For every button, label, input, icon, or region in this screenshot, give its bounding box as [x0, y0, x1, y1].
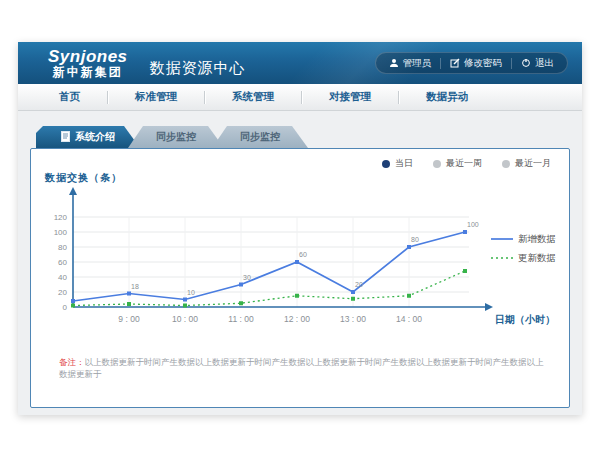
data-point — [407, 294, 411, 298]
user-menu-user[interactable]: 管理员 — [380, 57, 441, 70]
radio-label: 最近一周 — [446, 157, 482, 170]
radio-option-0[interactable]: 当日 — [382, 157, 413, 170]
user-menu-label: 修改密码 — [464, 57, 502, 70]
y-tick-label: 80 — [58, 243, 67, 252]
tab-0[interactable]: 系统介绍 — [36, 126, 140, 148]
data-point-label: 100 — [467, 221, 479, 228]
user-menu-edit[interactable]: 修改密码 — [441, 57, 511, 70]
data-point — [183, 298, 187, 302]
x-axis-arrow — [485, 303, 493, 311]
user-menu-label: 管理员 — [403, 57, 432, 70]
line-chart: 0204060801001209 : 0010 : 0011 : 0012 : … — [39, 187, 563, 335]
y-tick-label: 20 — [58, 288, 67, 297]
radio-label: 最近一月 — [515, 157, 551, 170]
data-point-label: 18 — [131, 283, 139, 290]
data-point-label: 60 — [299, 251, 307, 258]
radio-option-1[interactable]: 最近一周 — [433, 157, 482, 170]
user-menu-label: 退出 — [535, 57, 554, 70]
nav-item-1[interactable]: 标准管理 — [108, 90, 204, 104]
data-point — [239, 283, 243, 287]
data-point — [71, 299, 75, 303]
logo-company: 新中新集团 — [48, 66, 128, 79]
y-tick-label: 0 — [63, 303, 68, 312]
user-icon — [389, 58, 399, 68]
data-point — [183, 304, 187, 308]
data-point-label: 10 — [187, 289, 195, 296]
y-axis-title: 数据交换（条） — [45, 171, 122, 185]
tab-bar: 系统介绍同步监控同步监控 — [36, 126, 570, 148]
tab-label: 同步监控 — [156, 130, 196, 144]
logo-brand: Synjones — [48, 48, 128, 66]
footnote: 备注：以上数据更新于时间产生数据以上数据更新于时间产生数据以上数据更新于时间产生… — [59, 357, 549, 381]
data-point — [71, 304, 75, 308]
x-tick-label: 10 : 00 — [172, 314, 198, 324]
x-tick-label: 12 : 00 — [284, 314, 310, 324]
tab-label: 系统介绍 — [75, 130, 115, 144]
y-tick-label: 120 — [54, 213, 68, 222]
nav-item-2[interactable]: 系统管理 — [205, 90, 301, 104]
data-point — [127, 302, 131, 306]
time-range-filter: 当日最近一周最近一月 — [382, 157, 551, 170]
y-tick-label: 60 — [58, 258, 67, 267]
y-axis-arrow — [69, 187, 77, 195]
radio-dot — [382, 160, 390, 168]
data-point — [463, 269, 467, 273]
user-menu: 管理员修改密码退出 — [375, 52, 569, 74]
chart-area: 0204060801001209 : 0010 : 0011 : 0012 : … — [39, 187, 563, 339]
nav-item-0[interactable]: 首页 — [32, 90, 107, 104]
radio-dot — [502, 160, 510, 168]
data-point — [127, 292, 131, 296]
y-tick-label: 40 — [58, 273, 67, 282]
legend-label-0: 新增数据 — [518, 233, 556, 244]
tab-1[interactable]: 同步监控 — [128, 126, 224, 148]
company-logo: Synjones 新中新集团 — [48, 48, 128, 78]
data-point — [351, 290, 355, 294]
document-icon — [61, 131, 70, 144]
x-axis-title: 日期（小时） — [495, 314, 555, 325]
data-point-label: 20 — [355, 281, 363, 288]
tab-2[interactable]: 同步监控 — [212, 126, 308, 148]
radio-option-2[interactable]: 最近一月 — [502, 157, 551, 170]
page: Synjones 新中新集团 数据资源中心 管理员修改密码退出 首页标准管理系统… — [0, 0, 600, 450]
data-point — [351, 297, 355, 301]
radio-dot — [433, 160, 441, 168]
x-tick-label: 14 : 00 — [396, 314, 422, 324]
tab-label: 同步监控 — [240, 130, 280, 144]
footnote-label: 备注： — [59, 357, 85, 367]
data-point — [295, 294, 299, 298]
legend-label-1: 更新数据 — [518, 252, 556, 263]
app-header: Synjones 新中新集团 数据资源中心 管理员修改密码退出 — [18, 42, 582, 84]
data-point — [407, 245, 411, 249]
app-window: Synjones 新中新集团 数据资源中心 管理员修改密码退出 首页标准管理系统… — [18, 42, 582, 415]
data-point — [239, 301, 243, 305]
nav-item-3[interactable]: 对接管理 — [302, 90, 398, 104]
footnote-text: 以上数据更新于时间产生数据以上数据更新于时间产生数据以上数据更新于时间产生数据以… — [59, 357, 544, 379]
x-tick-label: 11 : 00 — [228, 314, 254, 324]
data-point-label: 30 — [243, 274, 251, 281]
power-icon — [521, 58, 531, 68]
data-point — [463, 230, 467, 234]
page-title: 数据资源中心 — [150, 59, 246, 78]
series-line-0 — [73, 232, 465, 301]
edit-icon — [450, 58, 460, 68]
nav-item-4[interactable]: 数据异动 — [399, 90, 495, 104]
data-point-label: 80 — [411, 236, 419, 243]
user-menu-power[interactable]: 退出 — [512, 57, 563, 70]
content-area: 系统介绍同步监控同步监控 当日最近一周最近一月 数据交换（条） 02040608… — [18, 111, 582, 415]
radio-label: 当日 — [395, 157, 413, 170]
y-tick-label: 100 — [54, 228, 68, 237]
main-nav: 首页标准管理系统管理对接管理数据异动 — [18, 84, 582, 111]
x-tick-label: 13 : 00 — [340, 314, 366, 324]
data-point — [295, 260, 299, 264]
x-tick-label: 9 : 00 — [118, 314, 140, 324]
chart-panel: 当日最近一周最近一月 数据交换（条） 0204060801001209 : 00… — [30, 148, 570, 408]
